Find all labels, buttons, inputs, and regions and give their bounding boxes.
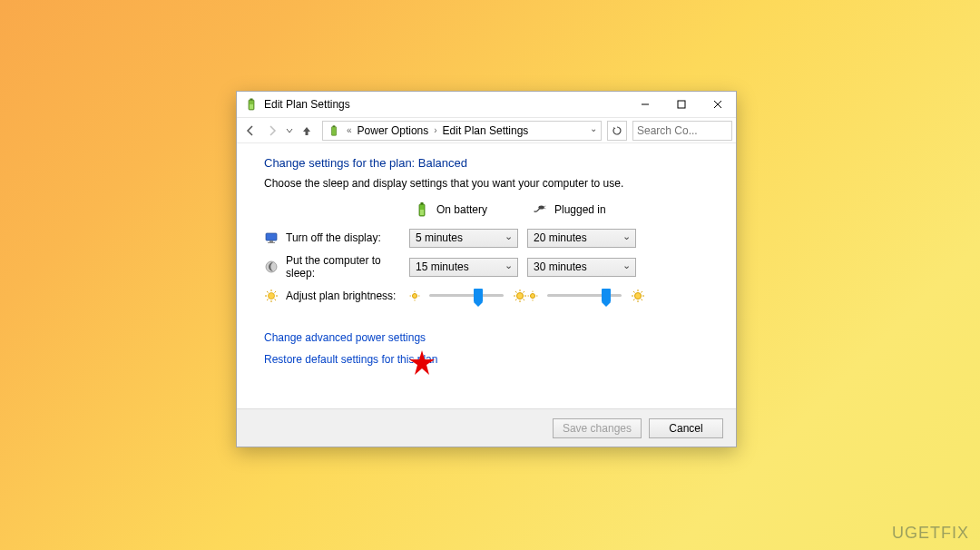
sun-big-icon — [631, 289, 645, 303]
svg-line-55 — [633, 300, 635, 301]
svg-rect-1 — [250, 99, 253, 101]
svg-rect-17 — [268, 242, 275, 243]
refresh-button[interactable] — [607, 121, 627, 141]
svg-line-40 — [524, 291, 525, 293]
svg-line-41 — [515, 300, 517, 301]
star-annotation — [408, 349, 436, 379]
breadcrumb-item-power-options[interactable]: Power Options — [356, 124, 431, 137]
battery-icon — [415, 202, 429, 217]
svg-line-39 — [524, 300, 525, 301]
svg-line-52 — [633, 291, 635, 293]
forward-button[interactable] — [262, 121, 282, 141]
row-label: Adjust plan brightness: — [286, 290, 396, 302]
svg-line-25 — [275, 300, 277, 301]
column-headers: On battery Plugged in — [264, 202, 709, 217]
page-heading: Change settings for the plan: Balanced — [264, 156, 709, 170]
row-turn-off-display: Turn off the display: 5 minutes 20 minut… — [264, 226, 709, 250]
back-button[interactable] — [240, 121, 260, 141]
svg-rect-7 — [331, 126, 336, 135]
content: Change settings for the plan: Balanced C… — [237, 143, 736, 408]
svg-rect-10 — [421, 202, 424, 205]
chevron-right-icon: › — [430, 125, 440, 135]
svg-rect-16 — [270, 241, 273, 242]
battery-icon — [327, 123, 341, 138]
window-title: Edit Plan Settings — [264, 98, 627, 111]
svg-point-42 — [531, 294, 535, 299]
search-input[interactable] — [632, 121, 732, 141]
col-plugged-in: Plugged in — [527, 202, 645, 217]
close-button[interactable] — [700, 92, 736, 117]
svg-rect-2 — [250, 104, 253, 109]
svg-line-53 — [642, 300, 643, 301]
row-brightness: Adjust plan brightness: — [264, 284, 709, 308]
breadcrumb-dropdown[interactable]: ⌄ — [590, 123, 597, 133]
link-advanced-power-settings[interactable]: Change advanced power settings — [264, 331, 709, 344]
link-restore-defaults[interactable]: Restore default settings for this plan — [264, 353, 709, 366]
svg-rect-15 — [266, 233, 277, 241]
svg-line-38 — [515, 291, 517, 293]
page-subheading: Choose the sleep and display settings th… — [264, 177, 709, 190]
svg-rect-11 — [420, 210, 424, 215]
window: Edit Plan Settings — [236, 91, 737, 447]
col-on-battery: On battery — [409, 202, 527, 217]
moon-icon — [264, 260, 279, 274]
svg-line-54 — [642, 291, 643, 293]
svg-line-13 — [544, 206, 545, 207]
breadcrumb[interactable]: « Power Options › Edit Plan Settings ⌄ — [322, 121, 602, 141]
svg-line-27 — [267, 300, 269, 301]
sun-small-icon — [527, 290, 538, 301]
sleep-battery-dropdown[interactable]: 15 minutes — [409, 258, 518, 277]
svg-rect-8 — [333, 125, 336, 127]
row-label: Turn off the display: — [286, 231, 381, 244]
minimize-button[interactable] — [627, 92, 663, 117]
svg-point-19 — [269, 293, 275, 300]
maximize-button[interactable] — [663, 92, 700, 117]
monitor-icon — [264, 231, 279, 245]
row-label: Put the computer to sleep: — [286, 254, 409, 280]
save-changes-button[interactable]: Save changes — [553, 418, 642, 438]
navbar: « Power Options › Edit Plan Settings ⌄ — [237, 117, 736, 143]
sun-small-icon — [409, 290, 420, 301]
sleep-plugged-dropdown[interactable]: 30 minutes — [527, 258, 636, 277]
display-battery-dropdown[interactable]: 5 minutes — [409, 229, 518, 248]
battery-icon — [244, 97, 259, 112]
col-label: Plugged in — [554, 203, 606, 216]
breadcrumb-prefix: « — [343, 125, 356, 135]
svg-point-12 — [538, 206, 544, 210]
titlebar: Edit Plan Settings — [237, 92, 736, 117]
cancel-button[interactable]: Cancel — [649, 418, 723, 438]
svg-line-26 — [275, 291, 277, 293]
up-button[interactable] — [297, 121, 317, 141]
watermark: UGETFIX — [892, 524, 969, 543]
svg-point-33 — [517, 293, 524, 300]
svg-point-28 — [413, 294, 417, 299]
svg-rect-4 — [678, 101, 685, 108]
svg-line-24 — [267, 291, 269, 293]
plug-icon — [533, 202, 547, 217]
brightness-plugged-slider[interactable] — [542, 285, 627, 307]
display-plugged-dropdown[interactable]: 20 minutes — [527, 229, 636, 248]
col-label: On battery — [436, 203, 487, 216]
button-bar: Save changes Cancel — [237, 408, 736, 447]
breadcrumb-item-edit-plan[interactable]: Edit Plan Settings — [441, 124, 531, 137]
sun-big-icon — [513, 289, 527, 303]
sun-icon — [264, 289, 279, 303]
brightness-battery-slider[interactable] — [424, 285, 509, 307]
svg-point-47 — [635, 293, 642, 300]
recent-dropdown[interactable] — [284, 121, 295, 141]
row-sleep: Put the computer to sleep: 15 minutes 30… — [264, 255, 709, 279]
